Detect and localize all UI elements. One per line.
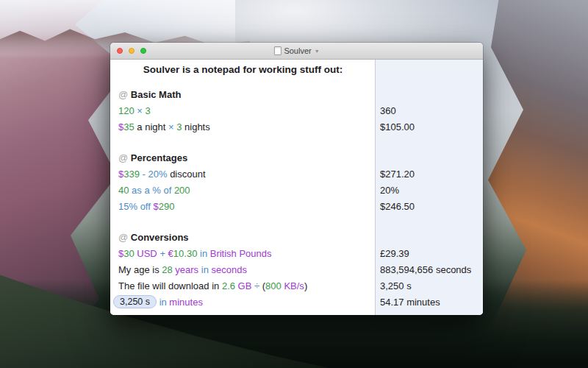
expression-cell[interactable]: My age is 28 years in seconds: [110, 262, 375, 278]
expression-cell[interactable]: Soulver is a notepad for working stuff o…: [110, 62, 375, 78]
token-bold: Conversions: [131, 232, 189, 243]
token-txt: My age is: [118, 264, 162, 275]
token-op: 15% off: [118, 201, 153, 212]
token-num: 339: [123, 169, 140, 180]
token-op: in: [157, 297, 169, 308]
soulver-window: Soulver ▼ Soulver is a notepad for worki…: [110, 43, 483, 315]
expression-cell[interactable]: [110, 135, 375, 150]
token-bold: Basic Math: [131, 89, 182, 100]
expression-cell[interactable]: The file will download in 2.6 GB ÷ (800 …: [110, 278, 375, 294]
token-txt: The file will download in: [118, 280, 222, 291]
answer-cell[interactable]: 883,594,656 seconds: [375, 262, 483, 278]
token-num: 800: [265, 280, 282, 291]
token-num: 35: [123, 121, 134, 132]
token-num: 200: [174, 185, 190, 196]
token-unit: years: [173, 264, 198, 275]
notepad-line[interactable]: 120 × 3360: [110, 103, 483, 119]
token-op: in: [198, 264, 211, 275]
minimize-button[interactable]: [129, 48, 135, 54]
notepad-line[interactable]: 3,250 s in minutes54.17 minutes: [110, 294, 483, 311]
token-op: ÷: [251, 280, 262, 291]
token-txt: nights: [182, 121, 209, 132]
answer-cell[interactable]: 54.17 minutes: [375, 294, 483, 311]
token-bold: Percentages: [131, 152, 187, 163]
notepad-line[interactable]: $35 a night × 3 nights$105.00: [110, 119, 483, 135]
token-num: 120: [118, 105, 135, 116]
answer-cell: [375, 78, 483, 87]
traffic-lights: [117, 43, 146, 59]
token-num: 3: [146, 105, 151, 116]
token-op: - 20%: [140, 169, 168, 180]
window-title-group: Soulver ▼: [273, 43, 319, 59]
notepad-line[interactable]: @ Basic Math: [110, 87, 483, 103]
title-chevron-icon[interactable]: ▼: [315, 49, 320, 54]
answer-cell[interactable]: $271.20: [375, 166, 483, 183]
answer-cell: [375, 215, 483, 230]
window-title: Soulver: [284, 46, 311, 55]
token-op: ×: [168, 121, 176, 132]
notepad-line[interactable]: The file will download in 2.6 GB ÷ (800 …: [110, 278, 483, 294]
token-unit: $: [153, 201, 158, 212]
expression-cell[interactable]: @ Basic Math: [110, 87, 375, 103]
notepad-line[interactable]: @ Conversions: [110, 230, 483, 246]
notepad-line[interactable]: 40 as a % of 20020%: [110, 183, 483, 199]
expression-cell[interactable]: @ Conversions: [110, 230, 375, 246]
token-num: 40: [118, 185, 129, 196]
token-unit: €: [168, 248, 173, 259]
notepad-line[interactable]: $30 USD + €10.30 in British Pounds£29.39: [110, 246, 483, 262]
token-unit: minutes: [169, 297, 203, 308]
token-txt: a night: [135, 121, 168, 132]
notepad-line[interactable]: [110, 215, 483, 230]
expression-cell[interactable]: [110, 215, 375, 230]
token-unit: seconds: [211, 264, 246, 275]
expression-cell[interactable]: 3,250 s in minutes: [110, 294, 375, 311]
token-txt: ): [304, 280, 307, 291]
expression-cell[interactable]: 40 as a % of 200: [110, 183, 375, 199]
expression-cell[interactable]: @ Percentages: [110, 150, 375, 166]
expression-cell[interactable]: 15% off $290: [110, 199, 375, 215]
answer-token-pill: 3,250 s: [113, 295, 157, 308]
answer-cell[interactable]: $105.00: [375, 119, 483, 135]
notepad-line[interactable]: [110, 78, 483, 87]
answer-cell[interactable]: 3,250 s: [375, 278, 483, 294]
token-at: @: [118, 152, 131, 163]
notepad-line[interactable]: [110, 135, 483, 150]
notepad-content: Soulver is a notepad for working stuff o…: [110, 60, 483, 315]
token-unit: USD: [135, 248, 157, 259]
answer-cell: [375, 150, 483, 166]
answer-cell[interactable]: 360: [375, 103, 483, 119]
token-num: 10.30: [173, 248, 198, 259]
answer-cell[interactable]: $246.50: [375, 199, 483, 215]
answer-cell: [375, 62, 483, 78]
answer-cell: [375, 87, 483, 103]
expression-cell[interactable]: $30 USD + €10.30 in British Pounds: [110, 246, 375, 262]
notepad-lines: Soulver is a notepad for working stuff o…: [110, 60, 483, 311]
token-op: ×: [135, 105, 146, 116]
expression-cell[interactable]: $35 a night × 3 nights: [110, 119, 375, 135]
answer-cell[interactable]: £29.39: [375, 246, 483, 262]
token-op: as a % of: [129, 185, 173, 196]
expression-cell[interactable]: 120 × 3: [110, 103, 375, 119]
notepad-line[interactable]: $339 - 20% discount$271.20: [110, 166, 483, 183]
token-num: 290: [159, 201, 175, 212]
token-at: @: [118, 89, 131, 100]
token-txt: discount: [168, 169, 206, 180]
window-titlebar[interactable]: Soulver ▼: [110, 43, 483, 60]
answer-cell: [375, 135, 483, 150]
notepad-line[interactable]: Soulver is a notepad for working stuff o…: [110, 62, 483, 78]
document-proxy-icon[interactable]: [273, 46, 281, 55]
expression-cell[interactable]: [110, 78, 375, 87]
token-at: @: [118, 232, 131, 243]
token-unit: KB/s: [282, 280, 304, 291]
token-op: +: [157, 248, 168, 259]
answer-cell: [375, 230, 483, 246]
zoom-button[interactable]: [140, 48, 146, 54]
notepad-line[interactable]: My age is 28 years in seconds883,594,656…: [110, 262, 483, 278]
expression-cell[interactable]: $339 - 20% discount: [110, 166, 375, 183]
notepad-line[interactable]: 15% off $290$246.50: [110, 199, 483, 215]
close-button[interactable]: [117, 48, 123, 54]
answer-cell[interactable]: 20%: [375, 183, 483, 199]
token-unit: GB: [235, 280, 251, 291]
token-num: 2.6: [222, 280, 235, 291]
notepad-line[interactable]: @ Percentages: [110, 150, 483, 166]
